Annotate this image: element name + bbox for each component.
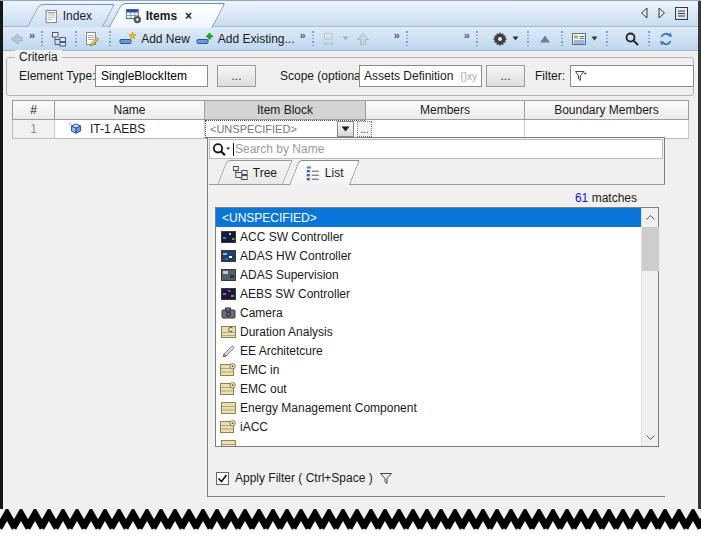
edit-criteria-button[interactable]: [82, 28, 104, 50]
item-block-cell[interactable]: <UNSPECIFIED> ...: [205, 120, 366, 138]
view-settings-button[interactable]: [489, 28, 522, 50]
list-item[interactable]: ADAS Supervision: [216, 265, 642, 284]
filter-funnel-icon[interactable]: [574, 70, 589, 83]
editor-list-icon[interactable]: [675, 7, 688, 20]
toolbar-handle[interactable]: [606, 31, 608, 47]
popup-search-field[interactable]: [209, 139, 663, 159]
search-magnifier-icon[interactable]: [212, 142, 233, 157]
refresh-button[interactable]: [655, 28, 677, 50]
index-tab-icon: [44, 9, 59, 24]
combo-dropdown-button[interactable]: [337, 121, 354, 137]
popup-list-rows: <UNSPECIFIED>ACC SW ControllerADAS HW Co…: [216, 208, 642, 446]
add-existing-button[interactable]: Add Existing...: [193, 28, 298, 50]
element-type-label: Element Type:: [19, 69, 96, 83]
scope-browse-button[interactable]: ...: [486, 65, 525, 87]
next-editor-icon[interactable]: [657, 6, 667, 20]
list-item[interactable]: ACC SW Controller: [216, 227, 642, 246]
list-item[interactable]: EMC out: [216, 379, 642, 398]
row-name-cell: IT-1 AEBS: [55, 120, 205, 138]
items-tab-icon: [126, 8, 142, 24]
overflow-chevron-icon[interactable]: [29, 29, 34, 41]
list-item[interactable]: [216, 436, 642, 446]
pencil-icon: [219, 344, 237, 357]
overflow-chevron-icon[interactable]: [464, 29, 469, 41]
column-header-number[interactable]: #: [12, 100, 55, 120]
list-item-label: ACC SW Controller: [240, 230, 343, 244]
previous-editor-icon[interactable]: [639, 6, 649, 20]
search-input[interactable]: [235, 142, 660, 156]
tab-items[interactable]: Items: [108, 3, 225, 28]
scroll-up-icon[interactable]: [642, 209, 659, 225]
scope-input[interactable]: Assets Definition {}xy: [359, 65, 482, 87]
list-item[interactable]: Energy Management Component: [216, 398, 642, 417]
members-cell[interactable]: [366, 120, 525, 138]
block-port-icon: [219, 420, 237, 433]
element-type-browse-button[interactable]: ...: [217, 65, 256, 87]
overflow-chevron-icon[interactable]: [394, 29, 399, 41]
scope-label: Scope (optional):: [280, 69, 371, 83]
add-existing-label: Add Existing...: [218, 32, 295, 46]
image-gray-icon: [219, 269, 237, 281]
toolbar-handle[interactable]: [75, 31, 77, 47]
toolbar-handle[interactable]: [476, 31, 478, 47]
list-item[interactable]: <UNSPECIFIED>: [216, 208, 642, 227]
block-port-icon: [219, 382, 237, 395]
scope-value: Assets Definition: [364, 69, 453, 83]
scroll-down-icon[interactable]: [642, 429, 659, 445]
tab-list[interactable]: List: [289, 160, 360, 185]
list-item[interactable]: Camera: [216, 303, 642, 322]
toolbar-handle[interactable]: [41, 31, 43, 47]
list-item[interactable]: CDuration Analysis: [216, 322, 642, 341]
matches-label: matches: [592, 191, 637, 205]
list-item[interactable]: iACC: [216, 417, 642, 436]
search-button[interactable]: [621, 28, 643, 50]
tab-tree[interactable]: Tree: [217, 160, 293, 184]
apply-filter-row: Apply Filter ( Ctrl+Space ): [216, 471, 393, 485]
view-menu-button[interactable]: [568, 28, 601, 50]
toolbar-handle[interactable]: [561, 31, 563, 47]
toolbar-handle[interactable]: [109, 31, 111, 47]
move-up-button[interactable]: [352, 28, 374, 50]
tab-index-label: Index: [63, 9, 92, 23]
list-item[interactable]: EE Architetcure: [216, 341, 642, 360]
add-new-button[interactable]: Add New: [116, 28, 193, 50]
list-item[interactable]: EMC in: [216, 360, 642, 379]
check-icon: [217, 473, 228, 484]
tab-index[interactable]: Index: [27, 4, 115, 27]
column-header-item-block[interactable]: Item Block: [205, 100, 366, 120]
hierarchy-button[interactable]: [48, 28, 70, 50]
item-cube-icon: [67, 121, 84, 137]
overflow-chevron-icon[interactable]: [300, 29, 305, 41]
collapse-button[interactable]: [534, 28, 556, 50]
boundary-members-cell[interactable]: [525, 120, 689, 138]
application-window: Index Items: [0, 0, 701, 520]
toolbar-handle[interactable]: [527, 31, 529, 47]
popup-content: 61 matches <UNSPECIFIED>ACC SW Controlle…: [209, 184, 665, 496]
list-item-label: ADAS HW Controller: [240, 249, 351, 263]
toolbar-handle[interactable]: [406, 31, 408, 47]
element-type-input[interactable]: [95, 65, 208, 87]
list-item-label: EE Architetcure: [240, 344, 323, 358]
tab-items-label: Items: [146, 9, 177, 23]
column-header-members[interactable]: Members: [366, 100, 525, 120]
combo-browse-button[interactable]: ...: [357, 121, 372, 137]
image-violet-icon: [219, 288, 237, 300]
tab-list-label: List: [325, 166, 344, 180]
toolbar-handle[interactable]: [648, 31, 650, 47]
list-item[interactable]: ADAS HW Controller: [216, 246, 642, 265]
tab-tree-label: Tree: [253, 166, 277, 180]
text-caret: [233, 143, 234, 156]
apply-filter-checkbox[interactable]: [216, 472, 229, 485]
column-header-name[interactable]: Name: [55, 100, 205, 120]
filter-input[interactable]: [570, 65, 694, 87]
column-header-boundary-members[interactable]: Boundary Members: [525, 100, 689, 120]
back-button[interactable]: [5, 28, 27, 50]
image-blue-icon: [219, 250, 237, 262]
apply-filter-label: Apply Filter ( Ctrl+Space ): [235, 471, 373, 485]
move-diagram-button[interactable]: [319, 28, 352, 50]
toolbar-handle[interactable]: [312, 31, 314, 47]
list-item[interactable]: AEBS SW Controller: [216, 284, 642, 303]
list-scrollbar[interactable]: [641, 208, 658, 446]
scrollbar-thumb[interactable]: [642, 227, 659, 271]
close-icon[interactable]: [185, 9, 192, 23]
